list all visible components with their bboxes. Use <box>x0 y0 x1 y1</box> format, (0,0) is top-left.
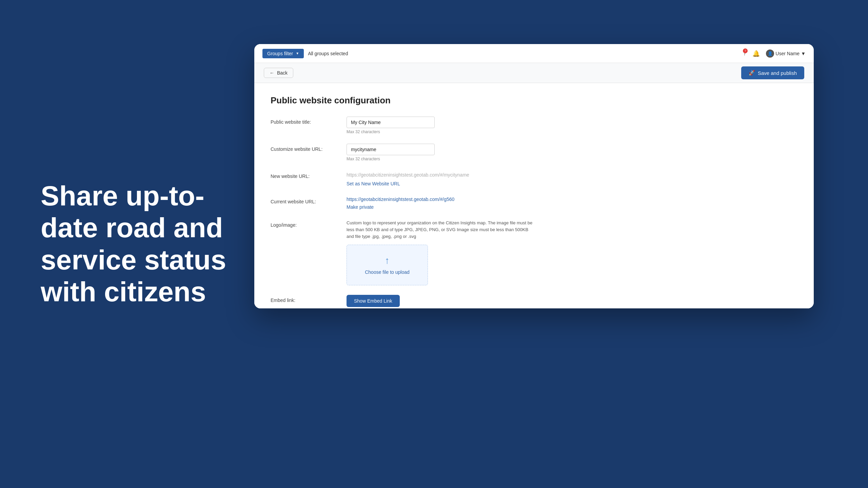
customize-url-label: Customize website URL: <box>271 144 338 152</box>
file-upload-area[interactable]: ↑ Choose file to upload <box>347 245 428 285</box>
embed-link-field: Show Embed Link <box>347 295 797 307</box>
groups-filter-label: Groups filter <box>267 51 293 56</box>
save-publish-label: Save and publish <box>758 70 797 76</box>
new-url-preview: https://geotabcitizeninsightstest.geotab… <box>347 171 797 179</box>
embed-link-row: Embed link: Show Embed Link <box>271 295 797 307</box>
all-groups-label: All groups selected <box>308 51 348 56</box>
logo-row: Logo/image: Custom logo to represent you… <box>271 220 797 285</box>
current-url-label: Current website URL: <box>271 196 338 204</box>
website-title-row: Public website title: Max 32 characters <box>271 117 797 134</box>
main-content: Public website configuration Public webs… <box>254 83 814 308</box>
set-new-url-button[interactable]: Set as New Website URL <box>347 181 400 186</box>
logo-label: Logo/image: <box>271 220 338 228</box>
page-title: Public website configuration <box>271 95 797 106</box>
user-name-label: User Name <box>775 51 800 56</box>
upload-label: Choose file to upload <box>365 269 410 275</box>
customize-url-row: Customize website URL: Max 32 characters <box>271 144 797 161</box>
website-title-field: Max 32 characters <box>347 117 797 134</box>
new-url-label: New website URL: <box>271 171 338 179</box>
notifications-button[interactable]: 🔔 <box>752 50 760 57</box>
upload-icon: ↑ <box>385 255 390 266</box>
rocket-icon: 🚀 <box>749 70 755 76</box>
make-private-button[interactable]: Make private <box>347 204 374 210</box>
help-button[interactable]: ? ? <box>743 50 746 57</box>
back-label: Back <box>277 70 288 76</box>
browser-window: Groups filter ▼ All groups selected ? ? … <box>254 44 814 308</box>
bell-icon: 🔔 <box>752 50 760 57</box>
website-title-hint: Max 32 characters <box>347 129 797 134</box>
logo-field: Custom logo to represent your organizati… <box>347 220 797 285</box>
groups-filter-button[interactable]: Groups filter ▼ <box>262 49 304 58</box>
hero-title: Share up-to- date road and service statu… <box>41 180 244 308</box>
user-dropdown-arrow-icon: ▼ <box>801 51 806 56</box>
help-badge: ? <box>743 48 748 53</box>
groups-filter-arrow-icon: ▼ <box>296 52 299 55</box>
new-url-row: New website URL: https://geotabcitizenin… <box>271 171 797 187</box>
customize-url-field: Max 32 characters <box>347 144 797 161</box>
show-embed-link-button[interactable]: Show Embed Link <box>347 295 400 307</box>
back-arrow-icon: ← <box>270 70 274 76</box>
logo-description: Custom logo to represent your organizati… <box>347 220 536 240</box>
action-bar: ← Back 🚀 Save and publish <box>254 63 814 83</box>
current-url-row: Current website URL: https://geotabcitiz… <box>271 196 797 210</box>
top-bar: Groups filter ▼ All groups selected ? ? … <box>254 44 814 63</box>
user-avatar: 👤 <box>766 49 774 58</box>
current-url-link[interactable]: https://geotabcitizeninsightstest.geotab… <box>347 197 454 202</box>
website-title-label: Public website title: <box>271 117 338 125</box>
website-title-input[interactable] <box>347 117 435 128</box>
customize-url-input[interactable] <box>347 144 435 155</box>
customize-url-hint: Max 32 characters <box>347 157 797 161</box>
embed-link-label: Embed link: <box>271 295 338 303</box>
current-url-field: https://geotabcitizeninsightstest.geotab… <box>347 196 797 210</box>
user-menu-button[interactable]: 👤 User Name ▼ <box>766 49 806 58</box>
hero-section: Share up-to- date road and service statu… <box>41 180 244 308</box>
top-bar-right: ? ? 🔔 👤 User Name ▼ <box>743 49 806 58</box>
save-publish-button[interactable]: 🚀 Save and publish <box>741 66 804 79</box>
back-button[interactable]: ← Back <box>264 68 293 78</box>
new-url-field: https://geotabcitizeninsightstest.geotab… <box>347 171 797 187</box>
